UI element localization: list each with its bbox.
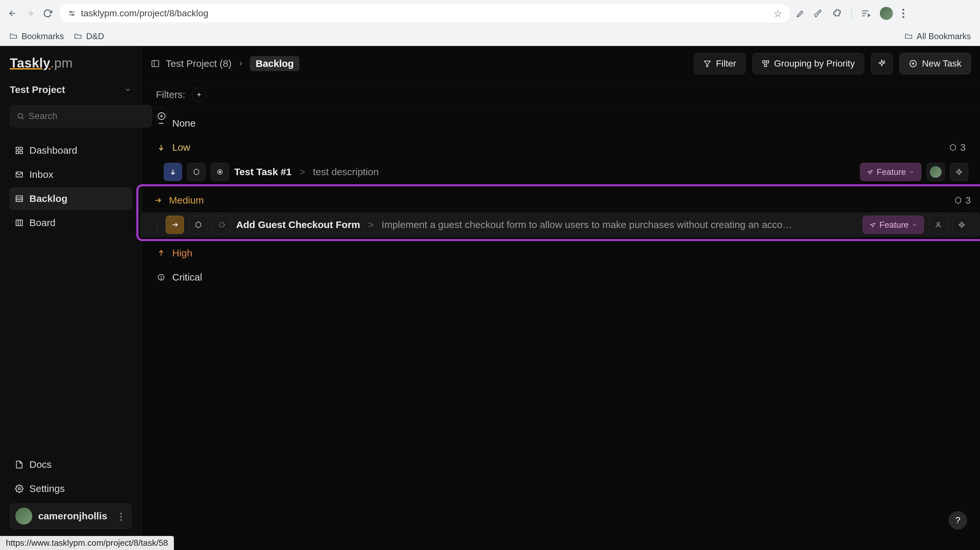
tag-feature[interactable]: Feature bbox=[860, 163, 921, 181]
group-header-critical[interactable]: Critical bbox=[151, 265, 971, 289]
task-title: Add Guest Checkout Form bbox=[236, 219, 360, 230]
crumb-project[interactable]: Test Project (8) bbox=[166, 58, 232, 69]
task-more-button[interactable] bbox=[950, 163, 968, 181]
brush-icon[interactable] bbox=[814, 9, 823, 18]
story-points-chip[interactable] bbox=[187, 163, 205, 181]
columns-icon bbox=[15, 219, 24, 227]
svg-point-33 bbox=[884, 61, 885, 61]
gear-icon bbox=[15, 485, 24, 493]
highlight-frame: Medium 3 ⋮⋮ Add Guest Checkout Form > Im… bbox=[136, 184, 980, 241]
user-menu[interactable]: cameronjhollis ⋮ bbox=[10, 503, 132, 529]
profile-avatar[interactable] bbox=[880, 7, 893, 20]
sidebar-item-backlog[interactable]: Backlog bbox=[9, 187, 132, 210]
sidebar-item-dashboard[interactable]: Dashboard bbox=[9, 139, 132, 162]
sidebar-toggle-icon[interactable] bbox=[151, 59, 160, 68]
new-task-button[interactable]: New Task bbox=[899, 53, 971, 75]
svg-point-9 bbox=[902, 16, 904, 18]
group-label: None bbox=[172, 118, 196, 129]
breadcrumb: Test Project (8) Backlog bbox=[151, 56, 299, 71]
group-label: Low bbox=[172, 142, 190, 153]
back-button[interactable] bbox=[6, 8, 18, 19]
bookmark-label: All Bookmarks bbox=[917, 31, 971, 41]
site-settings-icon[interactable] bbox=[67, 9, 76, 18]
svg-rect-16 bbox=[20, 147, 22, 150]
playlist-icon[interactable] bbox=[861, 8, 871, 18]
task-row[interactable]: ⋮⋮ Add Guest Checkout Form > Implement a… bbox=[140, 212, 980, 237]
task-row[interactable]: Test Task #1 > test description Feature bbox=[151, 159, 971, 184]
grouping-label: Grouping by Priority bbox=[774, 59, 855, 69]
sidebar-item-inbox[interactable]: Inbox bbox=[9, 163, 132, 186]
nav-label: Settings bbox=[29, 483, 65, 494]
grouping-button[interactable]: Grouping by Priority bbox=[752, 53, 864, 75]
nav-label: Backlog bbox=[29, 193, 68, 204]
filter-button[interactable]: Filter bbox=[694, 53, 745, 75]
mail-icon bbox=[15, 170, 24, 179]
svg-rect-31 bbox=[766, 61, 768, 63]
group-header-high[interactable]: High bbox=[151, 241, 971, 265]
task-groups: None Low 3 Test Task #1 > test descripti… bbox=[142, 108, 980, 292]
extensions-icon[interactable] bbox=[832, 8, 842, 18]
help-button[interactable]: ? bbox=[949, 511, 967, 529]
assignee-empty[interactable] bbox=[929, 216, 947, 234]
bookmark-folder-bookmarks[interactable]: Bookmarks bbox=[9, 31, 64, 41]
drag-handle-icon[interactable]: ⋮⋮ bbox=[153, 219, 161, 230]
svg-marker-47 bbox=[956, 197, 961, 203]
search-input[interactable] bbox=[10, 105, 152, 127]
app-logo[interactable]: Taskly.pm bbox=[0, 51, 141, 80]
chevron-down-icon bbox=[909, 169, 915, 175]
add-filter-button[interactable] bbox=[192, 87, 206, 102]
menu-dots-icon[interactable] bbox=[902, 8, 905, 18]
group-count: 3 bbox=[954, 195, 971, 206]
group-count: 3 bbox=[949, 142, 966, 153]
svg-marker-29 bbox=[704, 61, 710, 67]
svg-point-26 bbox=[18, 488, 21, 490]
sidebar-item-board[interactable]: Board bbox=[9, 211, 132, 234]
priority-chip-low[interactable] bbox=[164, 163, 182, 181]
story-points-chip[interactable] bbox=[189, 216, 207, 234]
arrow-right-icon bbox=[153, 196, 163, 204]
group-header-low[interactable]: Low 3 bbox=[151, 135, 971, 159]
url-bar[interactable]: tasklypm.com/project/8/backlog ☆ bbox=[59, 4, 790, 22]
search-row bbox=[10, 105, 132, 127]
svg-point-55 bbox=[161, 278, 161, 279]
minus-icon bbox=[156, 119, 166, 127]
svg-marker-49 bbox=[196, 222, 201, 228]
reload-button[interactable] bbox=[42, 8, 54, 19]
svg-rect-18 bbox=[20, 151, 22, 154]
group-header-none[interactable]: None bbox=[151, 111, 971, 135]
pen-icon[interactable] bbox=[796, 9, 805, 18]
group-header-medium[interactable]: Medium 3 bbox=[140, 188, 980, 212]
status-chip[interactable] bbox=[213, 216, 231, 234]
forward-button[interactable] bbox=[24, 8, 36, 19]
assignee-avatar[interactable] bbox=[926, 163, 945, 181]
status-chip[interactable] bbox=[211, 163, 229, 181]
sidebar-item-settings[interactable]: Settings bbox=[9, 477, 132, 500]
bookmark-folder-dnd[interactable]: D&D bbox=[74, 31, 104, 41]
sidebar-bottom: Docs Settings cameronjhollis ⋮ bbox=[0, 452, 141, 535]
topbar: Test Project (8) Backlog Filter Grouping… bbox=[142, 46, 980, 81]
funnel-icon bbox=[703, 60, 711, 68]
file-icon bbox=[15, 460, 24, 469]
tag-feature[interactable]: Feature bbox=[862, 216, 924, 234]
sidebar-item-docs[interactable]: Docs bbox=[9, 453, 132, 476]
task-description: Implement a guest checkout form to allow… bbox=[382, 219, 858, 230]
filters-row: Filters: bbox=[142, 81, 980, 108]
bookmark-star-icon[interactable]: ☆ bbox=[773, 8, 782, 19]
svg-point-7 bbox=[902, 9, 904, 11]
tag-label: Feature bbox=[877, 167, 906, 177]
arrow-up-icon bbox=[156, 249, 166, 257]
sparkle-button[interactable] bbox=[871, 53, 893, 75]
arrow-down-icon bbox=[156, 143, 166, 151]
project-selector[interactable]: Test Project bbox=[10, 84, 132, 95]
all-bookmarks[interactable]: All Bookmarks bbox=[904, 31, 971, 41]
task-title: Test Task #1 bbox=[234, 166, 292, 178]
status-bar-link: https://www.tasklypm.com/project/8/task/… bbox=[0, 536, 174, 550]
project-name: Test Project bbox=[10, 84, 65, 95]
svg-point-8 bbox=[902, 13, 904, 14]
task-more-button[interactable] bbox=[953, 216, 971, 234]
search-field[interactable] bbox=[29, 111, 145, 121]
svg-point-3 bbox=[72, 14, 73, 15]
new-task-label: New Task bbox=[922, 59, 961, 69]
group-label: Critical bbox=[172, 272, 202, 283]
svg-rect-27 bbox=[152, 60, 159, 67]
